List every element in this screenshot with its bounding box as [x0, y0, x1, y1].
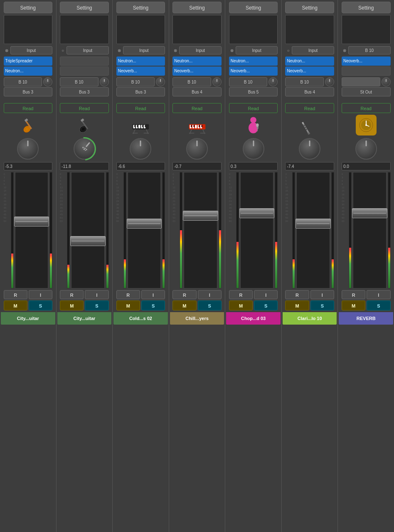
setting-btn-7[interactable]: Setting — [342, 2, 391, 13]
dial-7[interactable] — [382, 77, 391, 86]
i-btn-1[interactable]: I — [29, 290, 52, 299]
dial-6[interactable] — [325, 77, 334, 86]
s-btn-1[interactable]: S — [29, 300, 52, 310]
pan-dial-4[interactable] — [186, 138, 208, 160]
dial-2[interactable] — [100, 77, 109, 86]
m-btn-2[interactable]: M — [60, 300, 84, 310]
r-btn-5[interactable]: R — [229, 290, 253, 299]
i-btn-7[interactable]: I — [367, 290, 390, 299]
track-label-1[interactable]: City...uitar — [1, 312, 55, 325]
m-btn-1[interactable]: M — [4, 300, 27, 310]
track-label-3[interactable]: Cold...s 02 — [113, 312, 168, 325]
read-btn-5[interactable]: Read — [229, 103, 278, 113]
setting-btn-2[interactable]: Setting — [60, 2, 109, 13]
output-btn-5[interactable]: Bus 5 — [229, 87, 278, 96]
fader-knob-6[interactable] — [296, 219, 331, 229]
read-btn-6[interactable]: Read — [285, 103, 334, 113]
bus-btn-4[interactable]: B 10 — [172, 77, 211, 86]
r-btn-7[interactable]: R — [342, 290, 365, 299]
plugin-slot-1a[interactable]: TripleSpreader — [4, 57, 53, 66]
m-btn-7[interactable]: M — [342, 300, 365, 310]
fader-main-7[interactable] — [353, 172, 387, 288]
pan-dial-3[interactable] — [130, 138, 151, 160]
plugin-slot-4a[interactable]: Neutron... — [172, 57, 222, 66]
read-btn-3[interactable]: Read — [116, 103, 165, 113]
s-btn-7[interactable]: S — [367, 300, 390, 310]
bus-btn-7[interactable] — [342, 77, 380, 86]
input-btn-6[interactable]: Input — [292, 46, 334, 54]
r-btn-4[interactable]: R — [172, 290, 196, 299]
setting-btn-4[interactable]: Setting — [172, 2, 222, 13]
setting-btn-5[interactable]: Setting — [229, 2, 278, 13]
track-label-2[interactable]: City...uitar — [57, 312, 112, 325]
pan-dial-7[interactable] — [355, 138, 377, 160]
input-btn-1[interactable]: Input — [10, 46, 53, 54]
fader-main-2[interactable] — [71, 172, 105, 288]
input-btn-4[interactable]: Input — [179, 46, 222, 54]
pan-dial-2[interactable]: +37 — [69, 133, 99, 164]
bus-btn-1[interactable]: B 10 — [4, 77, 42, 86]
track-label-4[interactable]: Chill...yers — [170, 312, 224, 325]
output-btn-1[interactable]: Bus 3 — [4, 87, 53, 96]
fader-knob-4[interactable] — [183, 211, 218, 221]
plugin-slot-4b[interactable]: Neoverb... — [172, 66, 222, 76]
bus-btn-6[interactable]: B 10 — [285, 77, 324, 86]
plugin-slot-3a[interactable]: Neutron... — [116, 57, 165, 66]
i-btn-6[interactable]: I — [310, 290, 334, 299]
track-label-7[interactable]: REVERB — [339, 312, 393, 325]
m-btn-5[interactable]: M — [229, 300, 253, 310]
output-btn-6[interactable]: Bus 4 — [285, 87, 334, 96]
plugin-slot-7b[interactable] — [342, 66, 391, 76]
read-btn-4[interactable]: Read — [172, 103, 222, 113]
r-btn-1[interactable]: R — [4, 290, 27, 299]
plugin-slot-1b[interactable]: Neutron... — [4, 66, 53, 76]
i-btn-5[interactable]: I — [254, 290, 278, 299]
fader-knob-7[interactable] — [352, 208, 387, 218]
fader-knob-2[interactable] — [70, 236, 106, 246]
read-btn-7[interactable]: Read — [342, 103, 391, 113]
read-btn-1[interactable]: Read — [4, 103, 53, 113]
r-btn-3[interactable]: R — [116, 290, 140, 299]
plugin-slot-6b[interactable]: Neoverb... — [285, 66, 334, 76]
dial-1[interactable] — [43, 77, 52, 86]
setting-btn-6[interactable]: Setting — [285, 2, 334, 13]
track-label-6[interactable]: Clari...lo 10 — [283, 312, 337, 325]
input-btn-2[interactable]: Input — [66, 46, 109, 54]
plugin-slot-2b[interactable] — [60, 66, 109, 76]
r-btn-6[interactable]: R — [285, 290, 309, 299]
i-btn-3[interactable]: I — [141, 290, 165, 299]
fader-main-4[interactable] — [184, 172, 217, 288]
s-btn-2[interactable]: S — [85, 300, 108, 310]
r-btn-2[interactable]: R — [60, 290, 84, 299]
dial-4[interactable] — [212, 77, 222, 86]
plugin-slot-7a[interactable]: Neoverb... — [342, 57, 391, 66]
s-btn-3[interactable]: S — [141, 300, 165, 310]
fader-main-6[interactable] — [296, 172, 330, 288]
s-btn-5[interactable]: S — [254, 300, 278, 310]
plugin-slot-3b[interactable]: Neoverb... — [116, 66, 165, 76]
fader-main-1[interactable] — [15, 172, 49, 288]
bus-btn-2[interactable]: B 10 — [60, 77, 98, 86]
m-btn-3[interactable]: M — [116, 300, 140, 310]
setting-btn-3[interactable]: Setting — [116, 2, 165, 13]
setting-btn-1[interactable]: Setting — [4, 2, 53, 13]
i-btn-4[interactable]: I — [198, 290, 222, 299]
s-btn-6[interactable]: S — [310, 300, 334, 310]
output-btn-3[interactable]: Bus 3 — [116, 87, 165, 96]
s-btn-4[interactable]: S — [198, 300, 222, 310]
bus-btn-5[interactable]: B 10 — [229, 77, 268, 86]
input-btn-3[interactable]: Input — [123, 46, 165, 54]
fader-main-3[interactable] — [128, 172, 161, 288]
output-btn-2[interactable]: Bus 3 — [60, 87, 109, 96]
pan-dial-5[interactable] — [243, 138, 264, 160]
output-btn-4[interactable]: Bus 4 — [172, 87, 222, 96]
m-btn-4[interactable]: M — [172, 300, 196, 310]
input-btn-7[interactable]: B 10 — [348, 46, 391, 54]
fader-knob-3[interactable] — [127, 219, 162, 229]
dial-5[interactable] — [268, 77, 278, 86]
pan-dial-1[interactable] — [17, 138, 39, 160]
read-btn-2[interactable]: Read — [60, 103, 109, 113]
bus-btn-3[interactable]: B 10 — [116, 77, 155, 86]
plugin-slot-2a[interactable] — [60, 57, 109, 66]
plugin-slot-5b[interactable]: Neoverb... — [229, 66, 278, 76]
